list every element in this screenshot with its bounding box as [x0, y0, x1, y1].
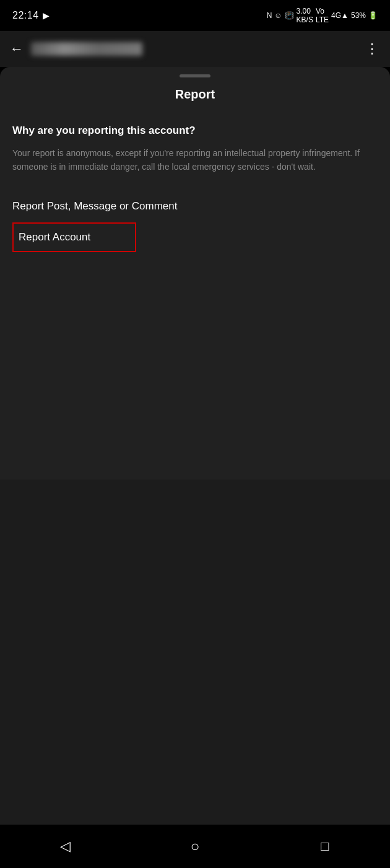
lte-icon: VoLTE [316, 7, 329, 24]
app-bar-title [31, 42, 365, 56]
empty-area [0, 480, 390, 825]
nav-home-button[interactable] [176, 834, 214, 859]
battery-percent: 53% [351, 11, 366, 20]
nfc-icon: N [267, 11, 272, 20]
signal-icon: 4G▲ [331, 11, 349, 20]
status-bar: 22:14 ▶ N ☺ 📳 3.00KB/S VoLTE 4G▲ 53% 🔋 [0, 0, 390, 31]
nav-back-button[interactable] [46, 834, 84, 859]
battery-icon: 🔋 [368, 11, 378, 20]
username-blurred [31, 42, 142, 56]
status-bar-right: N ☺ 📳 3.00KB/S VoLTE 4G▲ 53% 🔋 [267, 7, 378, 24]
status-time: 22:14 [12, 10, 39, 21]
vibrate-icon: 📳 [285, 11, 294, 20]
nav-recents-button[interactable] [306, 834, 344, 859]
back-button[interactable]: ← [10, 41, 24, 57]
sheet-title: Report [0, 82, 390, 114]
location-icon: ▶ [43, 11, 50, 20]
report-account-option[interactable]: Report Account [12, 222, 136, 252]
bluetooth-icon: ☺ [274, 11, 282, 20]
sheet-content: Why are you reporting this account? Your… [0, 114, 390, 480]
sheet-handle [0, 67, 390, 82]
report-question: Why are you reporting this account? [12, 124, 378, 138]
data-speed-icon: 3.00KB/S [297, 7, 313, 24]
bottom-nav [0, 825, 390, 868]
report-sheet: Report Why are you reporting this accoun… [0, 67, 390, 825]
report-description: Your report is anonymous, except if you'… [12, 146, 378, 174]
app-bar: ← ⋮ [0, 31, 390, 67]
more-options-button[interactable]: ⋮ [365, 41, 380, 57]
status-bar-left: 22:14 ▶ [12, 10, 50, 21]
handle-bar [180, 74, 210, 77]
report-post-option[interactable]: Report Post, Message or Comment [12, 191, 378, 221]
